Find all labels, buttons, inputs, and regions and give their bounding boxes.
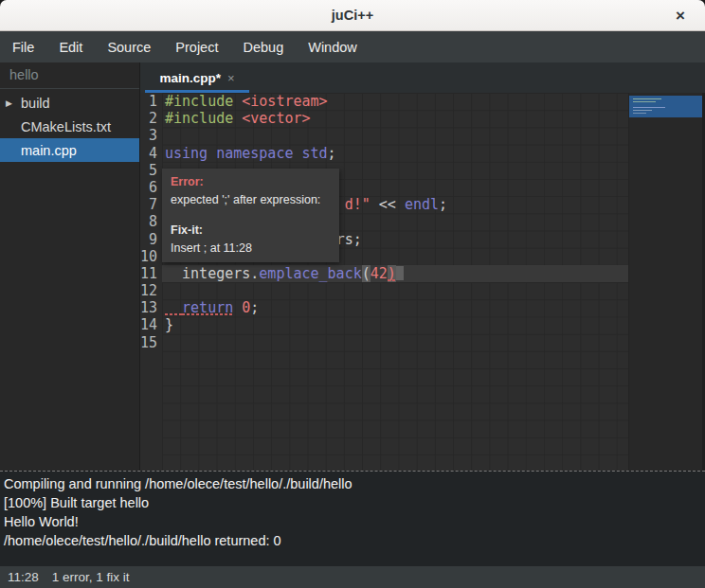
code-token: <iostream> [242,93,327,110]
code-line[interactable]: #include <vector> [162,110,628,127]
diagnostics-summary: 1 error, 1 fix it [52,570,130,584]
code-line[interactable]: integers.emplace_back(42) [162,265,628,282]
minimap-code [633,98,661,99]
code-token: integers. [165,265,259,282]
code-token: 42 [371,265,388,282]
line-number: 3 [140,127,162,144]
line-number: 2 [140,110,162,127]
code-editor[interactable]: 123456789101112131415 #include <iostream… [140,93,705,471]
code-token: ; [250,299,259,316]
code-token: #include [165,110,242,127]
line-number: 7 [140,196,162,213]
line-number: 5 [140,162,162,179]
file-tree: ▶buildCMakeLists.txtmain.cpp [0,89,139,162]
code-line[interactable]: using namespace std; [162,145,628,162]
code-token: return [182,299,233,316]
app-window: juCi++ × FileEditSourceProjectDebugWindo… [0,0,705,588]
expander-icon[interactable]: ▶ [6,98,21,108]
menu-window[interactable]: Window [296,31,370,62]
minimap[interactable] [628,93,705,471]
line-number: 1 [140,93,162,110]
tree-item-cmakelists-txt[interactable]: CMakeLists.txt [0,115,139,138]
main-area: hello ▶buildCMakeLists.txtmain.cpp main.… [0,62,705,471]
code-text-area[interactable]: #include <iostream>#include <vector>usin… [162,93,628,471]
line-number: 15 [140,334,162,351]
line-number: 12 [140,282,162,299]
tooltip-fixit-label: Fix-it: [171,222,331,240]
tab-bar: main.cpp* × [140,62,705,93]
minimap-code [633,107,665,108]
menu-debug[interactable]: Debug [230,31,296,62]
minimap-code [633,101,656,102]
tree-item-main-cpp[interactable]: main.cpp [0,138,139,162]
minimap-code [633,110,652,111]
code-token: ; [328,145,336,162]
status-bar: 11:28 1 error, 1 fix it [0,566,705,588]
line-number: 6 [140,179,162,196]
line-number: 13 [140,299,162,316]
code-token: #include [165,93,242,110]
menu-file[interactable]: File [0,31,46,62]
window-title: juCi++ [332,8,373,23]
code-token: ; [439,196,447,213]
line-number-gutter: 123456789101112131415 [140,93,162,471]
line-number: 14 [140,316,162,333]
menu-edit[interactable]: Edit [46,31,95,62]
code-token: ( [362,265,371,282]
code-line[interactable] [162,334,628,351]
code-token [233,299,242,316]
tab-label: main.cpp* [159,71,221,85]
code-line[interactable]: } [162,316,628,333]
code-token: } [165,316,173,333]
tooltip-error-label: Error: [171,173,331,191]
code-line[interactable] [162,282,628,299]
code-token: using namespace std [165,145,328,162]
code-line[interactable]: #include <iostream> [162,93,628,110]
tooltip-spacer [171,209,331,222]
tab-main-cpp[interactable]: main.cpp* × [145,62,249,93]
tab-close-icon[interactable]: × [227,71,235,85]
tree-item-label: CMakeLists.txt [21,119,111,134]
tooltip-fixit-text: Insert ; at 11:28 [171,240,331,258]
menu-project[interactable]: Project [163,31,230,62]
minimap-viewport[interactable] [629,96,703,117]
tree-item-build[interactable]: ▶build [0,91,139,115]
terminal-line: Compiling and running /home/olece/test/h… [4,474,701,493]
code-token: endl [405,196,439,213]
terminal-line: [100%] Built target hello [4,493,701,512]
line-number: 4 [140,145,162,162]
code-token: ) [388,265,396,282]
cursor-position: 11:28 [8,570,39,584]
menu-bar: FileEditSourceProjectDebugWindow [0,31,705,62]
tooltip-error-text: expected ';' after expression: [171,191,331,209]
minimap-code [633,113,646,114]
line-number: 9 [140,231,162,248]
code-token: d!" [345,196,371,213]
project-filter-input[interactable]: hello [0,62,139,89]
terminal-line: Hello World! [4,512,701,531]
code-line[interactable]: return 0; [162,299,628,316]
terminal-line: /home/olece/test/hello/./build/hello ret… [4,531,701,550]
text-cursor [396,266,404,280]
diagnostic-tooltip: Error: expected ';' after expression: Fi… [162,169,339,262]
line-number: 8 [140,213,162,230]
code-token: emplace_back [259,265,361,282]
code-token: 0 [242,299,250,316]
title-bar: juCi++ × [0,0,705,31]
code-line[interactable] [162,127,628,144]
terminal-output[interactable]: Compiling and running /home/olece/test/h… [0,471,705,566]
sidebar: hello ▶buildCMakeLists.txtmain.cpp [0,62,140,471]
editor-pane: main.cpp* × 123456789101112131415 #inclu… [140,62,705,471]
line-number: 10 [140,248,162,265]
tree-item-label: build [21,96,50,111]
code-token [165,299,182,316]
code-token: << [371,196,405,213]
line-number: 11 [140,265,162,282]
close-icon[interactable]: × [667,0,694,31]
menu-source[interactable]: Source [95,31,163,62]
code-token: <vector> [242,110,310,127]
tree-item-label: main.cpp [21,143,77,158]
code-token: rs; [336,231,362,248]
